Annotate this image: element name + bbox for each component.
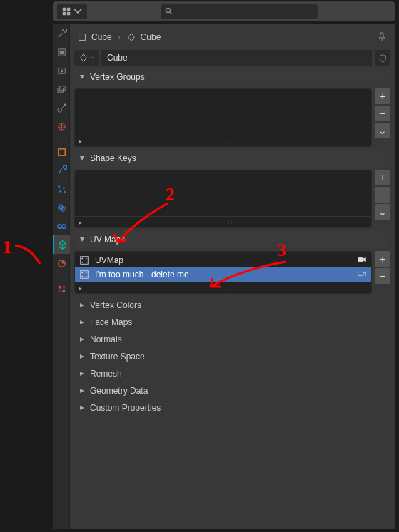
- tab-output[interactable]: [53, 61, 70, 80]
- section-header-texture-space[interactable]: Texture Space: [74, 348, 390, 365]
- tab-particles[interactable]: [53, 180, 70, 198]
- svg-point-40: [82, 276, 84, 277]
- svg-point-24: [61, 224, 66, 228]
- grip-icon[interactable]: ::::: [85, 219, 371, 225]
- section-header-face-maps[interactable]: Face Maps: [74, 314, 390, 331]
- svg-point-13: [64, 103, 66, 106]
- editor-type-selector[interactable]: [57, 4, 87, 19]
- add-uv-map-button[interactable]: +: [375, 251, 390, 267]
- svg-rect-30: [79, 34, 86, 41]
- active-render-toggle[interactable]: [357, 269, 367, 281]
- uv-icon: [79, 270, 89, 280]
- datablock-type-button[interactable]: [74, 50, 99, 66]
- tab-material[interactable]: [53, 254, 70, 272]
- tab-render[interactable]: [53, 43, 70, 61]
- breadcrumb-separator: ›: [118, 32, 121, 42]
- properties-tab-strip: [53, 24, 70, 529]
- active-render-toggle[interactable]: [357, 255, 367, 267]
- svg-point-32: [82, 258, 84, 260]
- vertex-group-menu-button[interactable]: ⌄: [375, 123, 390, 138]
- uv-map-item[interactable]: I'm too much - delete me: [75, 267, 371, 282]
- grip-icon[interactable]: ::::: [85, 285, 371, 291]
- add-vertex-group-button[interactable]: +: [375, 88, 390, 104]
- tab-view-layer[interactable]: [53, 80, 70, 98]
- remove-vertex-group-button[interactable]: −: [375, 106, 390, 121]
- list-footer: ▸ ::::: [75, 216, 371, 227]
- section-title: Geometry Data: [90, 386, 148, 396]
- uv-map-item[interactable]: UVMap: [75, 253, 371, 267]
- object-data-icon: [79, 53, 89, 63]
- tab-modifier[interactable]: [53, 161, 70, 180]
- search-icon: [165, 7, 173, 16]
- svg-rect-36: [358, 257, 363, 261]
- svg-rect-7: [59, 50, 64, 54]
- shape-keys-list-wrap: ▸ :::: + − ⌄: [74, 170, 390, 228]
- svg-point-20: [60, 206, 63, 209]
- svg-point-34: [82, 262, 84, 263]
- disclosure-triangle-icon: [79, 155, 86, 162]
- uv-maps-list[interactable]: UVMapI'm too much - delete me ▸ ::::: [74, 251, 372, 294]
- svg-point-16: [58, 185, 60, 188]
- vertex-groups-list-wrap: ▸ :::: + − ⌄: [74, 88, 390, 147]
- shape-keys-list[interactable]: ▸ ::::: [74, 170, 372, 228]
- disclosure-triangle-icon: [79, 404, 86, 411]
- shape-key-menu-button[interactable]: ⌄: [375, 204, 390, 220]
- remove-uv-map-button[interactable]: −: [375, 268, 390, 284]
- section-header-normals[interactable]: Normals: [74, 331, 390, 348]
- expand-icon[interactable]: ▸: [75, 138, 85, 145]
- breadcrumb-label: Cube: [141, 32, 161, 42]
- svg-point-12: [57, 108, 61, 112]
- expand-icon[interactable]: ▸: [75, 285, 85, 292]
- svg-rect-42: [358, 272, 363, 275]
- tab-world[interactable]: [53, 117, 70, 135]
- svg-point-4: [166, 9, 170, 13]
- section-header-vertex-groups[interactable]: Vertex Groups: [74, 68, 390, 86]
- breadcrumb-item-data[interactable]: Cube: [126, 32, 161, 42]
- svg-rect-1: [67, 8, 70, 11]
- search-input[interactable]: [161, 4, 318, 19]
- tab-scene[interactable]: [53, 98, 70, 117]
- breadcrumb-label: Cube: [91, 32, 112, 42]
- tab-texture[interactable]: [53, 280, 70, 298]
- section-header-uv-maps[interactable]: UV Maps: [74, 231, 390, 248]
- section-title: UV Maps: [90, 235, 125, 245]
- svg-point-39: [86, 272, 87, 274]
- tab-object[interactable]: [53, 143, 70, 161]
- section-title: Vertex Colors: [90, 300, 141, 310]
- tab-tool[interactable]: [53, 24, 70, 43]
- fake-user-button[interactable]: [375, 50, 390, 66]
- expand-icon[interactable]: ▸: [75, 219, 85, 226]
- svg-point-38: [82, 272, 84, 274]
- svg-point-41: [86, 276, 87, 277]
- datablock-name-input[interactable]: Cube: [101, 50, 372, 66]
- tab-physics[interactable]: [53, 198, 70, 217]
- section-header-shape-keys[interactable]: Shape Keys: [74, 150, 390, 167]
- uv-map-name[interactable]: UVMap: [95, 255, 123, 265]
- svg-rect-29: [62, 290, 65, 292]
- section-title: Custom Properties: [90, 403, 161, 413]
- datablock-name-row: Cube: [74, 50, 390, 66]
- tab-mesh-data[interactable]: [53, 235, 70, 254]
- svg-line-5: [169, 12, 171, 14]
- uv-maps-list-wrap: UVMapI'm too much - delete me ▸ :::: + −: [74, 251, 390, 294]
- section-header-geometry-data[interactable]: Geometry Data: [74, 382, 390, 399]
- add-shape-key-button[interactable]: +: [375, 170, 390, 185]
- section-header-vertex-colors[interactable]: Vertex Colors: [74, 297, 390, 314]
- pin-icon[interactable]: [376, 31, 388, 43]
- svg-point-35: [86, 262, 87, 263]
- svg-rect-27: [62, 285, 65, 288]
- grip-icon[interactable]: ::::: [85, 138, 371, 144]
- shape-keys-side-buttons: + − ⌄: [375, 170, 390, 228]
- shield-icon: [378, 53, 388, 63]
- breadcrumb-item-object[interactable]: Cube: [77, 32, 112, 42]
- object-data-icon: [126, 32, 136, 42]
- tab-constraint[interactable]: [53, 217, 70, 235]
- disclosure-triangle-icon: [79, 302, 86, 309]
- svg-point-18: [59, 190, 61, 192]
- svg-rect-31: [81, 257, 89, 265]
- section-header-custom-properties[interactable]: Custom Properties: [74, 399, 390, 416]
- section-header-remesh[interactable]: Remesh: [74, 365, 390, 382]
- uv-map-name[interactable]: I'm too much - delete me: [95, 270, 189, 280]
- vertex-groups-list[interactable]: ▸ ::::: [74, 88, 372, 147]
- remove-shape-key-button[interactable]: −: [375, 187, 390, 203]
